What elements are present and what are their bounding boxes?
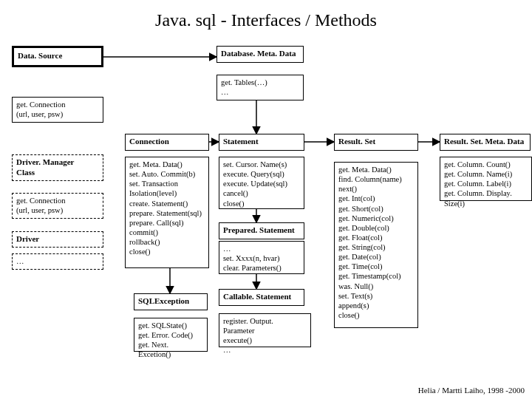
- resultsetmetadata-label: Result. Set. Meta. Data: [440, 134, 530, 149]
- preparedstatement-methods: … set. Xxxx(n, hvar) clear. Parameters(): [219, 242, 304, 275]
- resultset-body: get. Meta. Data() find. Column(name) nex…: [334, 162, 418, 328]
- getconnection-mid-text: get. Connection (url, user, psw): [13, 194, 103, 217]
- callablestatement-label: Callable. Statement: [219, 290, 304, 304]
- driver-body: …: [12, 253, 103, 270]
- resultset-label: Result. Set: [335, 134, 417, 149]
- connection-header: Connection: [125, 134, 209, 151]
- getconnection-top-text: get. Connection (url, user, psw): [13, 98, 103, 121]
- statement-body: set. Cursor. Name(s) execute. Query(sql)…: [219, 157, 304, 209]
- page-title: Java. sql - Interfaces / Methods: [0, 0, 532, 35]
- sqlexception-methods: get. SQLState() get. Error. Code() get. …: [134, 318, 207, 362]
- resultset-header: Result. Set: [334, 134, 418, 151]
- callablestatement-header: Callable. Statement: [219, 289, 304, 306]
- datasource-header: Data. Source: [12, 46, 103, 67]
- driver-label: Driver: [13, 232, 103, 247]
- drivermanager-label: Driver. Manager Class: [13, 155, 103, 180]
- resultset-methods: get. Meta. Data() find. Column(name) nex…: [335, 163, 417, 322]
- dbmeta-methods: get. Tables(…) …: [217, 75, 303, 99]
- callablestatement-methods: register. Output. Parameter execute() …: [219, 314, 310, 358]
- connection-label: Connection: [126, 134, 208, 149]
- preparedstatement-label: Prepared. Statement: [219, 223, 304, 238]
- statement-label: Statement: [219, 134, 304, 149]
- dbmeta-header: Database. Meta. Data: [216, 46, 304, 63]
- resultsetmetadata-header: Result. Set. Meta. Data: [440, 134, 531, 151]
- driver-header: Driver: [12, 231, 103, 248]
- resultsetmetadata-body: get. Column. Count() get. Column. Name(i…: [440, 157, 532, 201]
- preparedstatement-header: Prepared. Statement: [219, 222, 304, 239]
- connection-methods: get. Meta. Data() set. Auto. Commit(b) s…: [126, 157, 208, 259]
- sqlexception-label: SQLException: [134, 294, 207, 309]
- drivermanager-header: Driver. Manager Class: [12, 154, 103, 181]
- preparedstatement-body: … set. Xxxx(n, hvar) clear. Parameters(): [219, 241, 304, 274]
- getconnection-top: get. Connection (url, user, psw): [12, 97, 103, 123]
- connection-body: get. Meta. Data() set. Auto. Commit(b) s…: [125, 157, 209, 268]
- footer-credit: Helia / Martti Laiho, 1998 -2000: [418, 386, 525, 395]
- dbmeta-body: get. Tables(…) …: [216, 75, 304, 100]
- sqlexception-body: get. SQLState() get. Error. Code() get. …: [134, 318, 208, 352]
- dbmeta-label: Database. Meta. Data: [217, 47, 303, 61]
- resultsetmetadata-methods: get. Column. Count() get. Column. Name(i…: [440, 157, 531, 211]
- statement-methods: set. Cursor. Name(s) execute. Query(sql)…: [219, 157, 304, 211]
- callablestatement-body: register. Output. Parameter execute() …: [219, 313, 311, 347]
- getconnection-mid: get. Connection (url, user, psw): [12, 193, 103, 219]
- driver-body-text: …: [13, 254, 103, 268]
- datasource-label: Data. Source: [14, 48, 101, 64]
- statement-header: Statement: [219, 134, 304, 151]
- sqlexception-header: SQLException: [134, 293, 208, 310]
